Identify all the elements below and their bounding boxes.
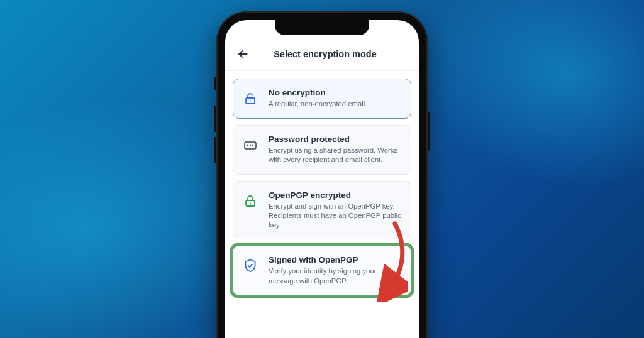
password-icon	[241, 134, 260, 156]
option-title: OpenPGP encrypted	[269, 190, 402, 200]
svg-point-5	[250, 145, 251, 146]
phone-screen: Select encryption mode No encryption A r…	[225, 20, 419, 338]
option-desc: Encrypt using a shared password. Works w…	[269, 146, 402, 165]
app-root: Select encryption mode No encryption A r…	[225, 20, 419, 338]
svg-point-6	[252, 145, 253, 146]
phone-frame: Select encryption mode No encryption A r…	[216, 11, 428, 338]
option-body: OpenPGP encrypted Encrypt and sign with …	[269, 190, 402, 231]
encryption-options-list: No encryption A regular, non-encrypted e…	[225, 71, 419, 303]
option-signed-openpgp[interactable]: Signed with OpenPGP Verify your identity…	[233, 246, 411, 295]
shield-check-icon	[241, 255, 260, 276]
app-header: Select encryption mode	[225, 39, 419, 71]
option-desc: Verify your identity by signing your mes…	[269, 266, 402, 286]
svg-point-2	[250, 100, 251, 101]
volume-down-button	[214, 137, 216, 163]
option-title: Password protected	[269, 134, 402, 144]
option-title: No encryption	[269, 88, 402, 97]
option-desc: Encrypt and sign with an OpenPGP key. Re…	[269, 202, 402, 231]
lock-green-icon	[241, 190, 260, 212]
svg-point-8	[250, 202, 251, 204]
page-title: Select encryption mode	[240, 49, 410, 59]
option-body: Password protected Encrypt using a share…	[269, 134, 402, 165]
option-body: No encryption A regular, non-encrypted e…	[269, 88, 402, 109]
power-button	[428, 112, 430, 151]
phone-notch	[275, 20, 369, 35]
option-no-encryption[interactable]: No encryption A regular, non-encrypted e…	[233, 79, 411, 119]
option-title: Signed with OpenPGP	[269, 255, 402, 264]
option-password-protected[interactable]: Password protected Encrypt using a share…	[233, 125, 411, 175]
svg-point-4	[247, 145, 248, 146]
option-desc: A regular, non-encrypted email.	[269, 99, 402, 109]
volume-up-button	[214, 106, 216, 132]
option-openpgp-encrypted[interactable]: OpenPGP encrypted Encrypt and sign with …	[233, 181, 411, 240]
option-body: Signed with OpenPGP Verify your identity…	[269, 255, 402, 286]
mute-switch	[214, 77, 216, 90]
unlock-icon	[241, 88, 260, 109]
